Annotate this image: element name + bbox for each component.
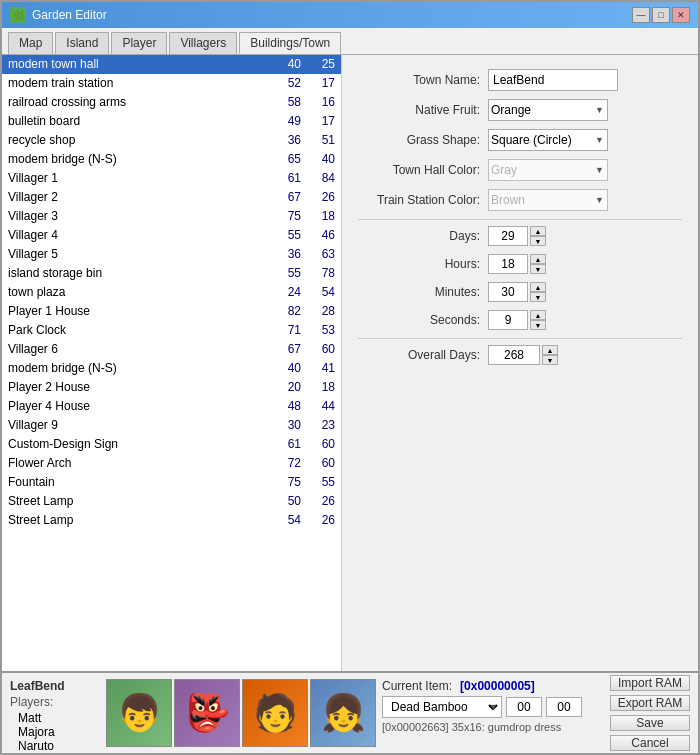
tabs-row: Map Island Player Villagers Buildings/To… bbox=[2, 28, 698, 54]
item-name-select[interactable]: Dead Bamboo bbox=[382, 696, 502, 718]
list-item[interactable]: Villager 3 75 18 bbox=[2, 207, 341, 226]
overall-days-label: Overall Days: bbox=[358, 348, 488, 362]
item-name-row: Dead Bamboo bbox=[382, 696, 604, 718]
tab-map[interactable]: Map bbox=[8, 32, 53, 54]
close-button[interactable]: ✕ bbox=[672, 7, 690, 23]
days-input[interactable] bbox=[488, 226, 528, 246]
days-down-button[interactable]: ▼ bbox=[530, 236, 546, 246]
list-item[interactable]: modem bridge (N-S) 65 40 bbox=[2, 150, 341, 169]
seconds-input[interactable] bbox=[488, 310, 528, 330]
maximize-button[interactable]: □ bbox=[652, 7, 670, 23]
tab-villagers[interactable]: Villagers bbox=[169, 32, 237, 54]
tab-player[interactable]: Player bbox=[111, 32, 167, 54]
list-item-y: 17 bbox=[305, 76, 335, 90]
list-item[interactable]: Villager 9 30 23 bbox=[2, 416, 341, 435]
list-item-name: Street Lamp bbox=[8, 513, 265, 527]
list-item-x: 55 bbox=[265, 266, 305, 280]
buildings-list[interactable]: modem town hall 40 25 modem train statio… bbox=[2, 55, 341, 671]
list-item-x: 61 bbox=[265, 171, 305, 185]
current-item-code: [0x00000005] bbox=[460, 679, 535, 693]
list-item[interactable]: Villager 6 67 60 bbox=[2, 340, 341, 359]
titlebar: 🌿 Garden Editor — □ ✕ bbox=[2, 2, 698, 28]
list-item[interactable]: island storage bin 55 78 bbox=[2, 264, 341, 283]
list-item-x: 65 bbox=[265, 152, 305, 166]
list-item-x: 55 bbox=[265, 228, 305, 242]
list-item-x: 40 bbox=[265, 57, 305, 71]
seconds-up-button[interactable]: ▲ bbox=[530, 310, 546, 320]
save-button[interactable]: Save bbox=[610, 715, 690, 731]
list-item-name: Player 1 House bbox=[8, 304, 265, 318]
list-item[interactable]: Villager 2 67 26 bbox=[2, 188, 341, 207]
list-item-x: 24 bbox=[265, 285, 305, 299]
minutes-up-button[interactable]: ▲ bbox=[530, 282, 546, 292]
list-item[interactable]: Villager 5 36 63 bbox=[2, 245, 341, 264]
hours-input[interactable] bbox=[488, 254, 528, 274]
list-item[interactable]: Street Lamp 50 26 bbox=[2, 492, 341, 511]
days-up-button[interactable]: ▲ bbox=[530, 226, 546, 236]
hours-up-button[interactable]: ▲ bbox=[530, 254, 546, 264]
list-item-y: 84 bbox=[305, 171, 335, 185]
overall-days-input[interactable] bbox=[488, 345, 540, 365]
content-area: modem town hall 40 25 modem train statio… bbox=[2, 54, 698, 671]
window-title: Garden Editor bbox=[32, 8, 107, 22]
list-item[interactable]: Custom-Design Sign 61 60 bbox=[2, 435, 341, 454]
list-item[interactable]: Player 4 House 48 44 bbox=[2, 397, 341, 416]
minimize-button[interactable]: — bbox=[632, 7, 650, 23]
native-fruit-label: Native Fruit: bbox=[358, 103, 488, 117]
overall-days-down-button[interactable]: ▼ bbox=[542, 355, 558, 365]
item-y-input[interactable] bbox=[546, 697, 582, 717]
seconds-down-button[interactable]: ▼ bbox=[530, 320, 546, 330]
train-station-color-select[interactable]: BrownGrayBlueGreen bbox=[488, 189, 608, 211]
list-item[interactable]: Street Lamp 54 26 bbox=[2, 511, 341, 530]
town-hall-color-select[interactable]: GrayBrownBlueGreen bbox=[488, 159, 608, 181]
train-station-color-label: Train Station Color: bbox=[358, 193, 488, 207]
list-item[interactable]: railroad crossing arms 58 16 bbox=[2, 93, 341, 112]
avatar-4: 👧 bbox=[310, 679, 376, 747]
list-item-name: Custom-Design Sign bbox=[8, 437, 265, 451]
town-name-label: Town Name: bbox=[358, 73, 488, 87]
avatar-2: 👺 bbox=[174, 679, 240, 747]
list-item-name: railroad crossing arms bbox=[8, 95, 265, 109]
list-item[interactable]: Player 1 House 82 28 bbox=[2, 302, 341, 321]
list-item-name: Flower Arch bbox=[8, 456, 265, 470]
import-ram-button[interactable]: Import RAM bbox=[610, 675, 690, 691]
list-item-name: modem bridge (N-S) bbox=[8, 361, 265, 375]
minutes-down-button[interactable]: ▼ bbox=[530, 292, 546, 302]
cancel-button[interactable]: Cancel bbox=[610, 735, 690, 751]
list-item-x: 30 bbox=[265, 418, 305, 432]
list-item-name: Villager 3 bbox=[8, 209, 265, 223]
list-item-y: 55 bbox=[305, 475, 335, 489]
list-item[interactable]: modem town hall 40 25 bbox=[2, 55, 341, 74]
list-item[interactable]: modem train station 52 17 bbox=[2, 74, 341, 93]
list-item[interactable]: Park Clock 71 53 bbox=[2, 321, 341, 340]
minutes-input[interactable] bbox=[488, 282, 528, 302]
list-item[interactable]: town plaza 24 54 bbox=[2, 283, 341, 302]
list-item[interactable]: Flower Arch 72 60 bbox=[2, 454, 341, 473]
list-item[interactable]: modem bridge (N-S) 40 41 bbox=[2, 359, 341, 378]
overall-days-up-button[interactable]: ▲ bbox=[542, 345, 558, 355]
list-item-x: 72 bbox=[265, 456, 305, 470]
list-item-y: 18 bbox=[305, 209, 335, 223]
town-name-input[interactable] bbox=[488, 69, 618, 91]
list-item[interactable]: Player 2 House 20 18 bbox=[2, 378, 341, 397]
list-item[interactable]: recycle shop 36 51 bbox=[2, 131, 341, 150]
minutes-label: Minutes: bbox=[358, 285, 488, 299]
tab-island[interactable]: Island bbox=[55, 32, 109, 54]
list-item-x: 75 bbox=[265, 475, 305, 489]
list-item-name: Villager 1 bbox=[8, 171, 265, 185]
native-fruit-select[interactable]: AppleCherryOrangePearPeach bbox=[488, 99, 608, 121]
item-x-input[interactable] bbox=[506, 697, 542, 717]
export-ram-button[interactable]: Export RAM bbox=[610, 695, 690, 711]
list-item[interactable]: Villager 1 61 84 bbox=[2, 169, 341, 188]
grass-shape-select[interactable]: CircleSquare (Circle)Triangle bbox=[488, 129, 608, 151]
hours-down-button[interactable]: ▼ bbox=[530, 264, 546, 274]
list-item-y: 51 bbox=[305, 133, 335, 147]
list-item[interactable]: Villager 4 55 46 bbox=[2, 226, 341, 245]
player-name: Naruto bbox=[18, 739, 100, 753]
hours-spinner: ▲ ▼ bbox=[488, 254, 546, 274]
item-name-wrapper: Dead Bamboo bbox=[382, 696, 502, 718]
list-item-x: 67 bbox=[265, 190, 305, 204]
list-item[interactable]: Fountain 75 55 bbox=[2, 473, 341, 492]
list-item[interactable]: bulletin board 49 17 bbox=[2, 112, 341, 131]
tab-buildings-town[interactable]: Buildings/Town bbox=[239, 32, 341, 54]
